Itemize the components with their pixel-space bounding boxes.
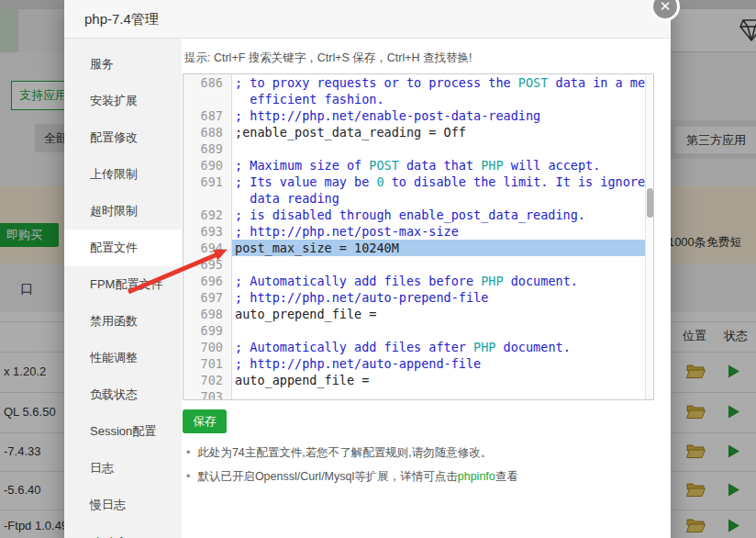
note-item: •默认已开启Openssl/Curl/Mysql等扩展，详情可点击phpinfo…	[183, 469, 654, 485]
code-line: auto_append_file =	[232, 372, 653, 388]
sidebar-item-超时限制[interactable]: 超时限制	[64, 193, 182, 230]
sidebar-item-性能调整[interactable]: 性能调整	[64, 340, 182, 376]
code-line	[232, 322, 653, 339]
line-number: 695	[183, 256, 232, 273]
editor-row: 691; Its value may be 0 to disable the l…	[183, 174, 653, 190]
code-line	[232, 140, 653, 157]
save-button[interactable]: 保存	[183, 409, 227, 433]
code-line: post_max_size = 10240M	[232, 240, 653, 256]
code-line: ; Automatically add files after PHP docu…	[232, 339, 653, 355]
bullet-icon: •	[186, 446, 190, 459]
line-number: 690	[183, 157, 232, 174]
code-line: ; to proxy requests or to process the PO…	[232, 74, 654, 91]
line-number: 686	[183, 74, 232, 91]
editor-row: 689	[183, 140, 653, 157]
editor-row: data reading	[183, 190, 653, 207]
line-number: 687	[183, 107, 232, 124]
editor-hint: 提示: Ctrl+F 搜索关键字，Ctrl+S 保存，Ctrl+H 查找替换!	[183, 50, 654, 66]
line-number: 702	[183, 372, 232, 388]
editor-row: 692; is disabled through enable_post_dat…	[183, 207, 653, 223]
code-line: auto_prepend_file =	[232, 306, 653, 322]
editor-row: 696; Automatically add files before PHP …	[183, 273, 653, 289]
line-number	[183, 190, 232, 207]
sidebar-item-phpinfo[interactable]: phpinfo	[64, 523, 182, 538]
notes-list: •此处为74主配置文件,若您不了解配置规则,请勿随意修改。•默认已开启Opens…	[183, 445, 654, 485]
note-text: 此处为74主配置文件,若您不了解配置规则,请勿随意修改。	[197, 446, 492, 459]
note-text: 查看	[495, 470, 518, 483]
code-line: ; http://php.net/auto-prepend-file	[232, 289, 653, 306]
scrollbar-thumb[interactable]	[647, 188, 653, 218]
note-text: 默认已开启Openssl/Curl/Mysql等扩展，详情可点击	[197, 470, 457, 483]
editor-row: 697; http://php.net/auto-prepend-file	[183, 289, 653, 306]
line-number: 693	[183, 223, 232, 240]
bullet-icon: •	[186, 470, 190, 483]
code-line	[232, 388, 653, 400]
editor-row: 698auto_prepend_file =	[183, 306, 653, 322]
editor-row: 695	[183, 256, 653, 273]
code-line: ; http://php.net/auto-append-file	[232, 355, 653, 372]
sidebar-item-配置文件[interactable]: 配置文件	[64, 230, 182, 266]
line-number: 691	[183, 174, 232, 190]
editor-row-highlighted: 694post_max_size = 10240M	[183, 240, 653, 256]
code-line	[232, 256, 653, 273]
code-line: ; is disabled through enable_post_data_r…	[232, 207, 653, 223]
line-number: 689	[183, 140, 232, 157]
sidebar-item-配置修改[interactable]: 配置修改	[64, 119, 182, 156]
code-line: ;enable_post_data_reading = Off	[232, 124, 653, 140]
code-line: ; http://php.net/enable-post-data-readin…	[232, 107, 653, 124]
sidebar-item-上传限制[interactable]: 上传限制	[64, 156, 182, 193]
php-manage-dialog: php-7.4管理 ✕ 服务安装扩展配置修改上传限制超时限制配置文件FPM配置文…	[64, 0, 671, 538]
dialog-content: 提示: Ctrl+F 搜索关键字，Ctrl+S 保存，Ctrl+H 查找替换! …	[182, 39, 671, 538]
editor-row: 700; Automatically add files after PHP d…	[183, 339, 653, 355]
code-line: ; Its value may be 0 to disable the limi…	[232, 174, 654, 190]
code-line: efficient fashion.	[232, 91, 653, 107]
code-editor[interactable]: 686; to proxy requests or to process the…	[183, 73, 654, 400]
editor-row: efficient fashion.	[183, 91, 653, 107]
line-number: 701	[183, 355, 232, 372]
code-line: data reading	[232, 190, 653, 207]
sidebar-item-禁用函数[interactable]: 禁用函数	[64, 303, 182, 340]
editor-row: 690; Maximum size of POST data that PHP …	[183, 157, 653, 174]
line-number: 692	[183, 207, 232, 223]
sidebar-item-Session配置[interactable]: Session配置	[64, 413, 182, 450]
note-item: •此处为74主配置文件,若您不了解配置规则,请勿随意修改。	[183, 445, 654, 461]
code-line: ; http://php.net/post-max-size	[232, 223, 653, 240]
dialog-sidebar: 服务安装扩展配置修改上传限制超时限制配置文件FPM配置文件禁用函数性能调整负载状…	[64, 39, 182, 538]
sidebar-item-安装扩展[interactable]: 安装扩展	[64, 83, 182, 119]
code-line: ; Maximum size of POST data that PHP wil…	[232, 157, 653, 174]
editor-row: 687; http://php.net/enable-post-data-rea…	[183, 107, 653, 124]
sidebar-item-FPM配置文件[interactable]: FPM配置文件	[64, 266, 182, 303]
editor-scrollbar[interactable]	[645, 74, 653, 399]
editor-row: 702auto_append_file =	[183, 372, 653, 388]
sidebar-item-服务[interactable]: 服务	[64, 46, 182, 83]
line-number: 699	[183, 322, 232, 339]
line-number: 688	[183, 124, 232, 140]
editor-row: 703	[183, 388, 653, 400]
code-editor-rows: 686; to proxy requests or to process the…	[183, 74, 653, 400]
line-number: 697	[183, 289, 232, 306]
sidebar-item-慢日志[interactable]: 慢日志	[64, 487, 182, 523]
line-number: 696	[183, 273, 232, 289]
line-number: 694	[183, 240, 232, 256]
line-number: 698	[183, 306, 232, 322]
editor-row: 693; http://php.net/post-max-size	[183, 223, 653, 240]
editor-row: 686; to proxy requests or to process the…	[183, 74, 653, 91]
editor-row: 701; http://php.net/auto-append-file	[183, 355, 653, 372]
code-line: ; Automatically add files before PHP doc…	[232, 273, 653, 289]
line-number: 700	[183, 339, 232, 355]
sidebar-item-负载状态[interactable]: 负载状态	[64, 376, 182, 413]
editor-row: 699	[183, 322, 653, 339]
line-number: 703	[183, 388, 232, 400]
sidebar-item-日志[interactable]: 日志	[64, 450, 182, 487]
dialog-title: php-7.4管理	[64, 0, 671, 39]
phpinfo-link[interactable]: phpinfo	[458, 470, 495, 483]
line-number	[183, 91, 232, 107]
editor-row: 688;enable_post_data_reading = Off	[183, 124, 653, 140]
